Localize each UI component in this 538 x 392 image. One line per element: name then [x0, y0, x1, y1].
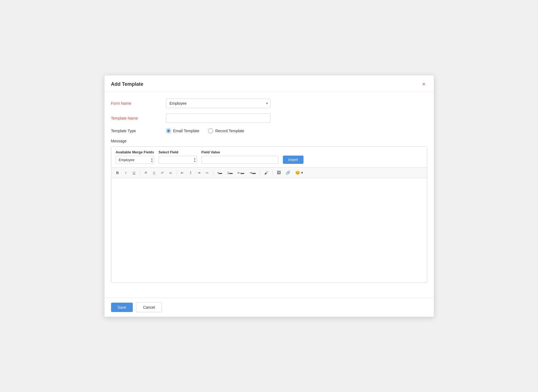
close-button[interactable]: ×: [421, 81, 427, 87]
available-merge-fields-select-wrapper: Employee ▴▾: [116, 156, 154, 164]
add-template-modal: Add Template × Form Name Employee ▾ Temp…: [104, 75, 434, 317]
template-name-control: [166, 114, 427, 123]
email-template-radio[interactable]: [166, 128, 171, 133]
align-right-button[interactable]: ⇥: [195, 169, 203, 176]
email-template-option[interactable]: Email Template: [166, 128, 199, 133]
template-name-label: Template Name: [111, 116, 166, 120]
paint-format-button[interactable]: 🖌: [262, 169, 270, 176]
editor-area[interactable]: [111, 178, 427, 283]
font-color-button[interactable]: A̲: [151, 169, 158, 176]
editor-container: Available Merge Fields Employee ▴▾ Selec…: [111, 147, 427, 283]
field-value-label: Field Value: [202, 150, 278, 154]
align-justify-button[interactable]: ⇨: [204, 169, 211, 176]
form-name-select-wrapper: Employee ▾: [166, 99, 271, 108]
modal-body: Form Name Employee ▾ Template Name Templ…: [104, 92, 434, 298]
insert-image-button[interactable]: 🖼: [275, 169, 283, 176]
select-field-group: Select Field ▴▾: [159, 150, 197, 164]
record-template-label[interactable]: Record Template: [215, 129, 244, 133]
template-name-input[interactable]: [166, 114, 271, 123]
bullet-list-button[interactable]: •▬: [216, 169, 224, 176]
toolbar-divider-2: [176, 170, 177, 175]
form-name-label: Form Name: [111, 101, 166, 106]
modal-header: Add Template ×: [104, 75, 434, 92]
toolbar-divider-4: [260, 170, 260, 175]
bold-button[interactable]: B: [114, 169, 121, 176]
template-type-row: Template Type Email Template Record Temp…: [111, 128, 427, 133]
indent-decrease-button[interactable]: ⇤▬: [236, 169, 246, 176]
toolbar-divider-3: [213, 170, 213, 175]
select-field-label: Select Field: [159, 150, 197, 154]
underline-button[interactable]: U: [131, 169, 138, 176]
align-left-button[interactable]: ⇤: [179, 169, 186, 176]
select-field-select[interactable]: [159, 156, 197, 164]
template-type-control: Email Template Record Template: [166, 128, 427, 133]
ordered-list-button[interactable]: 1▬: [225, 169, 234, 176]
record-template-option[interactable]: Record Template: [208, 128, 244, 133]
form-name-row: Form Name Employee ▾: [111, 99, 427, 108]
modal-footer: Save Cancel: [104, 298, 434, 317]
insert-emoji-button[interactable]: 😊 ▾: [293, 169, 305, 176]
available-merge-fields-select[interactable]: Employee: [116, 156, 154, 164]
strikethrough-button[interactable]: A: [142, 169, 150, 176]
italic-button[interactable]: I: [122, 169, 129, 176]
form-name-control: Employee ▾: [166, 99, 427, 108]
field-value-group: Field Value: [202, 150, 278, 164]
align-center-button[interactable]: ⇧: [187, 169, 194, 176]
toolbar-divider-5: [272, 170, 273, 175]
form-name-select[interactable]: Employee: [166, 99, 271, 108]
insert-button[interactable]: Insert: [283, 156, 304, 164]
cancel-button[interactable]: Cancel: [136, 302, 162, 312]
superscript-button[interactable]: x²: [159, 169, 166, 176]
message-label: Message: [111, 139, 427, 143]
save-button[interactable]: Save: [111, 303, 133, 312]
record-template-radio[interactable]: [208, 128, 213, 133]
merge-fields-bar: Available Merge Fields Employee ▴▾ Selec…: [111, 147, 427, 167]
template-type-label: Template Type: [111, 129, 166, 133]
merge-fields-row: Available Merge Fields Employee ▴▾ Selec…: [116, 150, 423, 164]
available-merge-fields-label: Available Merge Fields: [116, 150, 154, 154]
field-value-input[interactable]: [202, 156, 278, 164]
insert-link-button[interactable]: 🔗: [284, 169, 292, 176]
editor-toolbar: B I U A A̲ x² x₂ ⇤ ⇧ ⇥ ⇨ •▬ 1▬ ⇤▬ ⇥▬: [111, 167, 427, 178]
template-type-radio-group: Email Template Record Template: [166, 128, 427, 133]
toolbar-divider-1: [140, 170, 140, 175]
modal-title: Add Template: [111, 81, 144, 87]
select-field-select-wrapper: ▴▾: [159, 156, 197, 164]
email-template-label[interactable]: Email Template: [173, 129, 199, 133]
available-merge-fields-group: Available Merge Fields Employee ▴▾: [116, 150, 154, 164]
indent-increase-button[interactable]: ⇥▬: [247, 169, 258, 176]
template-name-row: Template Name: [111, 114, 427, 123]
subscript-button[interactable]: x₂: [167, 169, 174, 176]
